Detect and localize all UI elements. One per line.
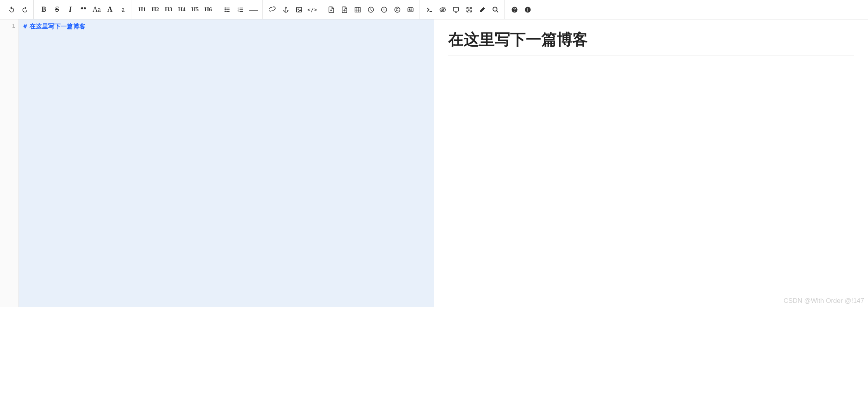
redo-icon [21,6,28,13]
link-button[interactable] [266,3,279,16]
case-button[interactable]: Aa [90,3,103,16]
visibility-button[interactable] [437,3,449,16]
svg-rect-21 [408,7,413,12]
pdf-button[interactable] [338,3,351,16]
watermark: CSDN @With Order @!147 [784,297,864,305]
editor-main: 1 # 在这里写下一篇博客 在这里写下一篇博客 [0,19,868,307]
h5-icon: H5 [191,6,198,13]
case-icon: Aa [93,5,101,14]
preview-heading: 在这里写下一篇博客 [448,29,854,56]
toolbar-group-objects [323,0,419,19]
h5-button[interactable]: H5 [189,3,201,16]
info-button[interactable] [522,3,534,16]
terminal-button[interactable] [423,3,436,16]
svg-text:3: 3 [238,10,239,12]
markdown-hash: # [23,23,27,31]
toolbar-group-format: B S I ❝❝ Aa A a [35,0,132,19]
help-button[interactable] [508,3,521,16]
table-icon [354,6,361,13]
h4-button[interactable]: H4 [176,3,188,16]
help-icon [511,6,518,13]
expand-icon [466,6,473,13]
italic-button[interactable]: I [64,3,77,16]
svg-rect-3 [226,9,230,10]
anchor-button[interactable] [280,3,292,16]
h6-icon: H6 [204,6,212,13]
svg-rect-9 [240,9,243,10]
emoji-button[interactable] [378,3,390,16]
visibility-icon [439,6,446,13]
card-button[interactable] [404,3,417,16]
clock-icon [367,6,374,13]
terminal-icon [426,6,433,13]
h6-button[interactable]: H6 [202,3,214,16]
h2-button[interactable]: H2 [149,3,162,16]
upper-button[interactable]: A [104,3,116,16]
editor-text: 在这里写下一篇博客 [30,23,85,31]
svg-point-18 [383,9,384,9]
svg-point-27 [514,10,515,11]
h4-icon: H4 [178,6,185,13]
svg-rect-7 [240,7,243,8]
expand-button[interactable] [463,3,475,16]
svg-rect-1 [226,7,230,8]
hr-button[interactable]: — [247,3,260,16]
upper-icon: A [108,5,113,14]
bold-button[interactable]: B [38,3,50,16]
info-icon [524,6,531,13]
toolbar-group-insert: </> [264,0,321,19]
table-button[interactable] [351,3,364,16]
strike-button[interactable]: S [51,3,63,16]
svg-rect-5 [226,11,230,12]
emoji-icon [381,6,388,13]
ul-button[interactable] [221,3,233,16]
svg-point-17 [381,7,387,12]
image-icon [296,6,303,13]
markdown-editor[interactable]: # 在这里写下一篇博客 [19,19,434,307]
undo-icon [8,6,15,13]
svg-point-20 [395,7,400,12]
toolbar-group-help [506,0,536,19]
h3-button[interactable]: H3 [162,3,175,16]
clock-button[interactable] [365,3,377,16]
erase-icon [479,6,486,13]
h1-icon: H1 [138,6,146,13]
svg-point-2 [224,9,226,10]
card-icon [407,6,414,13]
line-number-gutter: 1 [0,19,19,307]
doc-icon [328,6,335,13]
svg-point-12 [285,7,287,8]
preview-pane: 在这里写下一篇博客 [434,19,868,307]
toolbar-group-view [421,0,504,19]
h1-button[interactable]: H1 [136,3,148,16]
image-button[interactable] [293,3,305,16]
erase-button[interactable] [476,3,489,16]
anchor-icon [282,6,289,13]
monitor-button[interactable] [450,3,462,16]
toolbar-group-history [3,0,34,19]
lower-icon: a [122,5,125,14]
toolbar-group-headings: H1 H2 H3 H4 H5 H6 [134,0,217,19]
toolbar-group-list: 123 — [219,0,263,19]
strike-icon: S [55,5,59,14]
ul-icon [224,6,231,13]
code-button[interactable]: </> [306,3,318,16]
italic-icon: I [69,5,71,14]
doc-button[interactable] [325,3,337,16]
lower-button[interactable]: a [117,3,129,16]
undo-button[interactable] [5,3,18,16]
svg-point-25 [493,7,497,11]
svg-rect-15 [355,7,360,12]
redo-button[interactable] [19,3,31,16]
search-icon [492,6,499,13]
ol-icon: 123 [237,6,244,13]
ol-button[interactable]: 123 [234,3,247,16]
quote-button[interactable]: ❝❝ [77,3,90,16]
line-number: 1 [0,23,15,29]
copyright-button[interactable] [391,3,404,16]
search-button[interactable] [489,3,502,16]
pdf-icon [341,6,348,13]
link-icon [269,6,276,13]
svg-point-14 [297,9,299,10]
code-icon: </> [307,7,317,13]
